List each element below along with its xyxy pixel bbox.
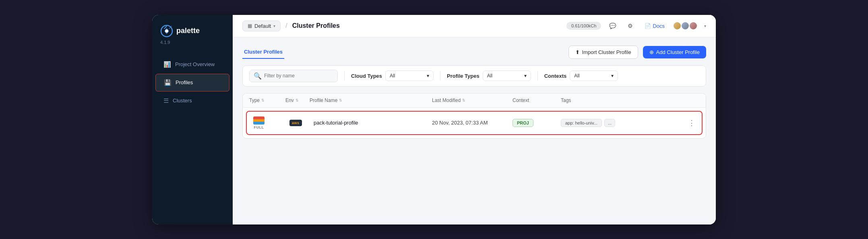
profile-types-value: All	[487, 73, 492, 79]
avatar-group	[673, 21, 698, 30]
cell-tags: app: hello-univ... ...	[561, 119, 679, 127]
tabs: Cluster Profiles	[242, 46, 294, 59]
sidebar-logo-text: palette	[176, 27, 200, 35]
col-header-context: Context	[513, 98, 561, 103]
sidebar-logo: palette	[152, 15, 233, 40]
sidebar: palette 4.1.9 📊 Project Overview 💾 Profi…	[152, 15, 233, 224]
tab-cluster-profiles[interactable]: Cluster Profiles	[242, 46, 284, 59]
profile-types-filter: Profile Types All ▾	[447, 71, 531, 81]
add-label: Add Cluster Profile	[656, 49, 700, 55]
sidebar-item-label: Project Overview	[175, 61, 215, 67]
col-header-actions	[683, 98, 699, 103]
docs-label: Docs	[653, 23, 665, 29]
avatar-3	[689, 21, 698, 30]
col-env-label: Env	[285, 98, 294, 103]
contexts-value: All	[574, 73, 579, 79]
col-last-modified-sort-icon[interactable]: ⇅	[462, 98, 465, 102]
sidebar-item-clusters[interactable]: ☰ Clusters	[155, 92, 229, 109]
cell-type: FULL	[253, 116, 289, 129]
filter-divider-3	[537, 71, 538, 81]
profile-types-select[interactable]: All ▾	[483, 71, 531, 81]
topbar: ▦ Default ▾ / Cluster Profiles 0.61/100k…	[233, 15, 716, 37]
col-header-profile-name: Profile Name ⇅	[310, 98, 432, 103]
cell-env: aws	[289, 120, 314, 126]
workspace-selector[interactable]: ▦ Default ▾	[242, 21, 281, 31]
contexts-chevron-icon: ▾	[611, 73, 614, 79]
add-cluster-profile-button[interactable]: ⊕ Add Cluster Profile	[643, 46, 706, 58]
cell-last-modified: 20 Nov, 2023, 07:33 AM	[432, 120, 513, 126]
search-icon: 🔍	[254, 72, 262, 80]
col-profile-name-sort-icon[interactable]: ⇅	[339, 98, 342, 102]
table-header: Type ⇅ Env ⇅ Profile Name ⇅ Last Modifie…	[243, 94, 706, 108]
clusters-icon: ☰	[163, 97, 169, 104]
avatar-2	[681, 21, 690, 30]
workspace-label: Default	[254, 23, 271, 29]
row-menu-icon: ⋮	[688, 118, 695, 127]
sidebar-item-project-overview[interactable]: 📊 Project Overview	[155, 56, 229, 73]
workspace-icon: ▦	[248, 23, 252, 29]
sidebar-version: 4.1.9	[152, 40, 233, 53]
filter-row: 🔍 Cloud Types All ▾ Profile Types All	[242, 65, 706, 87]
cloud-types-value: All	[390, 73, 395, 79]
contexts-filter: Contexts All ▾	[544, 71, 618, 81]
workspace-chevron-icon: ▾	[273, 24, 275, 28]
cell-profile-name[interactable]: pack-tutorial-profile	[314, 120, 432, 126]
contexts-label: Contexts	[544, 73, 567, 79]
topbar-separator: /	[285, 22, 287, 29]
sidebar-nav: 📊 Project Overview 💾 Profiles ☰ Clusters	[152, 53, 233, 112]
page-title: Cluster Profiles	[292, 22, 340, 29]
palette-logo-icon	[160, 25, 173, 37]
cell-row-menu[interactable]: ⋮	[679, 118, 695, 127]
filter-divider-1	[344, 71, 345, 81]
last-modified-text: 20 Nov, 2023, 07:33 AM	[432, 120, 488, 126]
svg-point-1	[165, 29, 168, 33]
avatar-group-chevron-icon: ▾	[704, 24, 706, 28]
tag-chip-1: app: hello-univ...	[561, 119, 602, 127]
col-header-tags: Tags	[561, 98, 683, 103]
cloud-types-select[interactable]: All ▾	[385, 71, 434, 81]
cloud-types-label: Cloud Types	[351, 73, 382, 79]
search-box[interactable]: 🔍	[249, 70, 338, 82]
tabs-row: Cluster Profiles ⬆ Import Cluster Profil…	[242, 46, 706, 59]
content-area: Cluster Profiles ⬆ Import Cluster Profil…	[233, 37, 716, 224]
docs-icon: 📄	[645, 23, 651, 29]
col-tags-label: Tags	[561, 98, 571, 103]
add-icon: ⊕	[649, 49, 654, 55]
col-last-modified-label: Last Modified	[432, 98, 461, 103]
type-label: FULL	[254, 125, 264, 129]
chat-icon[interactable]: 💬	[606, 19, 619, 32]
env-aws-badge: aws	[289, 120, 302, 126]
type-badge: FULL	[253, 116, 265, 129]
col-header-env: Env ⇅	[285, 98, 310, 103]
col-env-sort-icon[interactable]: ⇅	[296, 98, 299, 102]
profile-types-label: Profile Types	[447, 73, 479, 79]
type-full-icon	[253, 116, 265, 125]
context-badge: PROJ	[513, 119, 533, 127]
main-content: ▦ Default ▾ / Cluster Profiles 0.61/100k…	[233, 15, 716, 224]
search-input[interactable]	[264, 73, 333, 79]
filter-divider-2	[440, 71, 440, 81]
tab-actions: ⬆ Import Cluster Profile ⊕ Add Cluster P…	[568, 46, 706, 59]
cloud-types-filter: Cloud Types All ▾	[351, 71, 434, 81]
cloud-types-chevron-icon: ▾	[427, 73, 429, 79]
contexts-select[interactable]: All ▾	[570, 71, 618, 81]
col-type-label: Type	[249, 98, 260, 103]
profiles-icon: 💾	[164, 79, 172, 86]
settings-icon[interactable]: ⚙	[624, 19, 637, 32]
sidebar-item-label: Clusters	[173, 98, 192, 104]
col-type-sort-icon[interactable]: ⇅	[261, 98, 265, 102]
project-overview-icon: 📊	[163, 61, 171, 68]
avatar-1	[673, 21, 682, 30]
col-header-type: Type ⇅	[249, 98, 285, 103]
import-cluster-profile-button[interactable]: ⬆ Import Cluster Profile	[568, 46, 638, 59]
tag-more-button[interactable]: ...	[604, 119, 615, 127]
col-profile-name-label: Profile Name	[310, 98, 337, 103]
docs-link[interactable]: 📄 Docs	[641, 21, 668, 31]
profiles-table: Type ⇅ Env ⇅ Profile Name ⇅ Last Modifie…	[242, 93, 706, 139]
tab-label: Cluster Profiles	[244, 49, 283, 55]
app-container: palette 4.1.9 📊 Project Overview 💾 Profi…	[152, 15, 716, 224]
sidebar-item-profiles[interactable]: 💾 Profiles	[155, 74, 229, 91]
cell-context: PROJ	[513, 119, 561, 127]
usage-indicator: 0.61/100kCh	[566, 22, 601, 30]
profile-name-text: pack-tutorial-profile	[314, 120, 358, 126]
